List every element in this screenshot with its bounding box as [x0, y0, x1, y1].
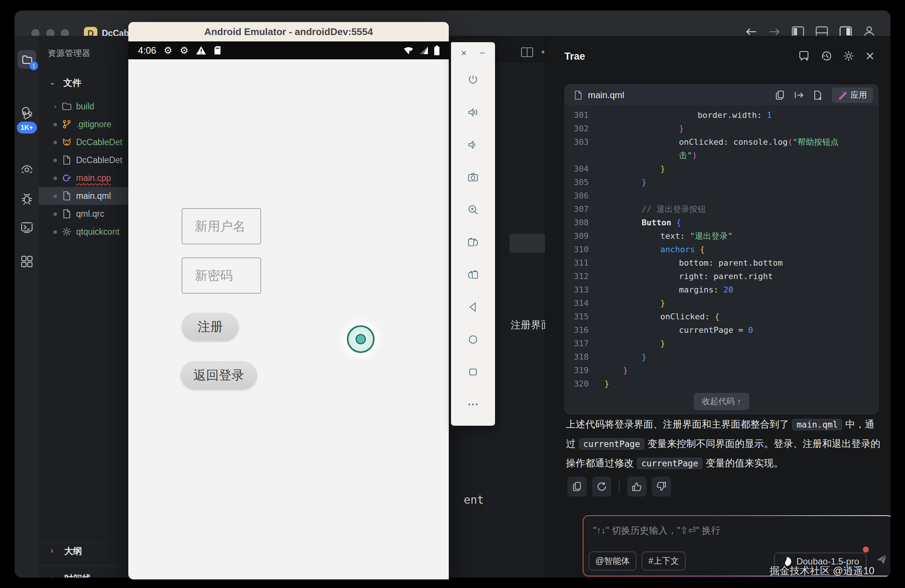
- emulator-titlebar[interactable]: Android Emulator - androidDev:5554: [128, 22, 449, 41]
- power-icon[interactable]: [467, 74, 479, 86]
- status-time: 4:06: [138, 45, 156, 56]
- sdcard-icon: [214, 46, 221, 55]
- cat-icon: [62, 138, 71, 147]
- close-icon[interactable]: ×: [461, 48, 467, 59]
- gear-icon: ⚙: [164, 45, 172, 56]
- copy-message-button[interactable]: [567, 477, 587, 497]
- code-card-file: main.qml: [574, 90, 624, 100]
- file-label: DcCableDet: [76, 137, 122, 147]
- battery-icon: [434, 45, 440, 56]
- context-chip[interactable]: #上下文: [641, 551, 686, 571]
- code-line: 301border.width: 1: [565, 108, 878, 122]
- code-line: 304}: [565, 162, 878, 176]
- gear-icon[interactable]: [843, 50, 855, 62]
- regenerate-button[interactable]: [592, 477, 611, 497]
- modified-dot: [51, 210, 59, 218]
- rotate-left-icon[interactable]: [467, 236, 479, 248]
- code-line: 318}: [565, 350, 878, 364]
- message-text: 变量的值来实现。: [703, 458, 783, 469]
- outline-label: 大纲: [64, 545, 82, 557]
- file-icon: [63, 209, 71, 219]
- wifi-off-icon: [403, 46, 414, 55]
- scm-badge: 1K+: [17, 122, 37, 133]
- nav-forward-icon[interactable]: [768, 27, 781, 37]
- code-line: 311bottom: parent.bottom: [565, 256, 878, 270]
- explorer-badge: 1: [30, 62, 38, 70]
- thumbs-up-icon: [632, 481, 642, 492]
- password-input[interactable]: 新密码: [182, 257, 261, 294]
- status-left: 4:06 ⚙ ⚙: [138, 45, 221, 56]
- chevron-down-icon: ⌄: [49, 78, 56, 87]
- code-card-actions: 应用: [775, 87, 873, 103]
- modified-dot: [51, 174, 59, 182]
- gear-icon: ⚙: [180, 45, 188, 56]
- agent-chip[interactable]: @智能体: [589, 551, 637, 571]
- refresh-icon: [597, 481, 607, 492]
- more-icon[interactable]: [467, 399, 479, 410]
- code-line: 317}: [565, 337, 878, 350]
- overview-icon[interactable]: [467, 366, 479, 378]
- sidebar-title: 资源管理器: [48, 48, 90, 59]
- gear-icon: [62, 227, 71, 236]
- message-actions: [567, 477, 671, 497]
- code-line: 307// 退出登录按钮: [565, 203, 878, 216]
- thumbs-down-button[interactable]: [652, 477, 671, 497]
- collapse-code-button[interactable]: 收起代码 ↑: [694, 393, 749, 410]
- activity-preview[interactable]: [14, 164, 39, 175]
- git-icon: [62, 120, 71, 129]
- activity-divider: [20, 223, 34, 224]
- files-section-label: 文件: [64, 77, 81, 89]
- message-text: 上述代码将登录界面、注册界面和主界面都整合到了: [566, 419, 792, 430]
- new-file-icon[interactable]: [813, 90, 823, 100]
- new-chat-icon[interactable]: [799, 50, 811, 62]
- close-icon[interactable]: [865, 51, 875, 61]
- file-label: qml.qrc: [76, 209, 104, 219]
- apply-code-button[interactable]: 应用: [832, 87, 873, 103]
- file-label: build: [76, 102, 94, 111]
- code-line: 302}: [565, 122, 878, 135]
- rotate-right-icon[interactable]: [467, 269, 479, 281]
- radio-button[interactable]: [347, 325, 375, 353]
- modified-dot: [51, 156, 59, 164]
- android-status-bar: 4:06 ⚙ ⚙: [128, 41, 449, 59]
- send-button[interactable]: [875, 553, 888, 567]
- split-editor-icon[interactable]: [521, 47, 533, 57]
- trae-panel: Trae: [545, 36, 891, 578]
- code-line: 310anchors {: [565, 243, 878, 256]
- camera-icon[interactable]: [467, 171, 479, 183]
- status-right: [403, 45, 440, 56]
- nav-back-icon[interactable]: [745, 27, 757, 37]
- minimize-icon[interactable]: −: [479, 48, 485, 59]
- home-icon[interactable]: [467, 334, 479, 345]
- volume-up-icon[interactable]: [467, 106, 479, 118]
- code-line: 306: [565, 189, 878, 203]
- history-icon[interactable]: [821, 50, 833, 62]
- signal-icon: [419, 46, 429, 55]
- code-line: 320}: [565, 377, 878, 391]
- insert-code-icon[interactable]: [794, 90, 804, 100]
- trae-header-actions: [799, 50, 875, 62]
- code-line: 击"): [565, 149, 878, 162]
- bug-icon: [21, 192, 33, 205]
- chat-input-placeholder: "↑↓" 切换历史输入，"⇧⏎" 换行: [593, 524, 720, 537]
- code-line: 315onClicked: {: [565, 310, 878, 323]
- radio-button-inner: [356, 334, 366, 344]
- back-icon[interactable]: [467, 301, 479, 313]
- thumbs-up-button[interactable]: [627, 477, 646, 497]
- activity-extensions[interactable]: [14, 255, 39, 268]
- code-line: 316currentPage = 0: [565, 323, 878, 337]
- activity-debug[interactable]: [14, 192, 39, 205]
- zoom-in-icon[interactable]: [467, 204, 479, 216]
- volume-down-icon[interactable]: [467, 139, 479, 151]
- file-icon: [63, 155, 71, 165]
- back-to-login-button[interactable]: 返回登录: [181, 361, 257, 389]
- activity-bar: 1 1K+: [14, 36, 39, 578]
- file-label: DcCableDet: [76, 155, 122, 165]
- username-input[interactable]: 新用户名: [182, 208, 261, 245]
- code-line: 319}: [565, 364, 878, 377]
- register-button[interactable]: 注册: [182, 313, 239, 341]
- magic-wand-icon: [838, 90, 848, 100]
- input-chips: @智能体 #上下文: [589, 551, 686, 571]
- chevron-right-icon: ›: [51, 102, 59, 110]
- copy-icon[interactable]: [775, 90, 785, 100]
